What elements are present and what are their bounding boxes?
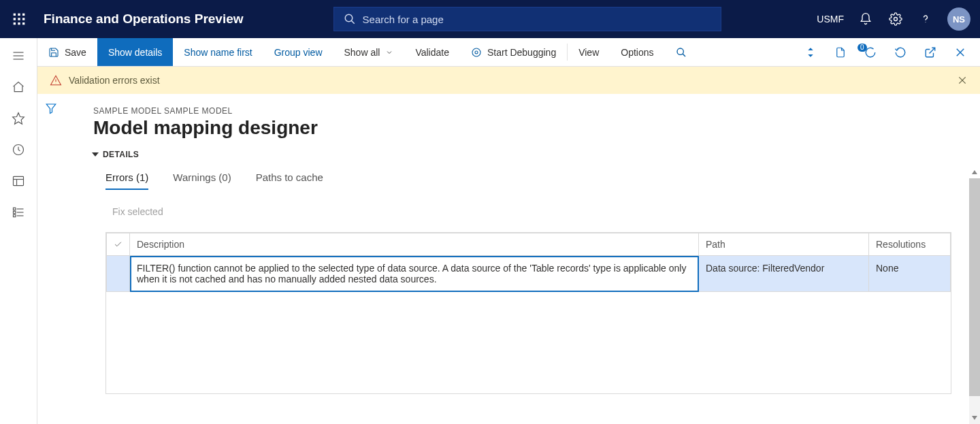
search-icon <box>344 13 356 25</box>
fix-selected-button: Fix selected <box>65 190 980 227</box>
svg-line-33 <box>930 48 935 53</box>
show-details-label: Show details <box>108 47 162 58</box>
global-search[interactable]: Search for a page <box>333 7 721 31</box>
svg-point-11 <box>894 18 898 21</box>
details-section-header[interactable]: DETAILS <box>65 150 980 166</box>
save-icon <box>48 47 59 58</box>
recent-icon[interactable] <box>10 142 27 158</box>
svg-line-10 <box>351 20 355 24</box>
page-title: Model mapping designer <box>65 116 980 150</box>
col-path[interactable]: Path <box>699 233 869 256</box>
validate-button[interactable]: Validate <box>404 38 460 66</box>
svg-rect-23 <box>14 214 16 216</box>
group-view-label: Group view <box>274 47 323 58</box>
show-all-dropdown[interactable]: Show all <box>333 38 405 66</box>
svg-rect-5 <box>22 18 24 20</box>
svg-rect-18 <box>14 176 24 185</box>
svg-rect-21 <box>14 208 16 210</box>
tab-errors[interactable]: Errors (1) <box>105 172 148 190</box>
search-placeholder: Search for a page <box>363 14 444 25</box>
row-select-cell[interactable] <box>107 256 130 292</box>
grid-row[interactable]: FILTER() function cannot be applied to t… <box>107 256 951 292</box>
check-icon <box>114 239 122 250</box>
show-name-first-label: Show name first <box>184 47 252 58</box>
view-button[interactable]: View <box>568 38 610 66</box>
breadcrumb: SAMPLE MODEL SAMPLE MODEL <box>65 94 980 116</box>
refresh-badge-icon[interactable]: 0 <box>862 46 879 59</box>
save-label: Save <box>65 47 86 58</box>
cell-resolutions[interactable]: None <box>869 256 951 292</box>
svg-rect-4 <box>18 18 20 20</box>
svg-point-29 <box>677 48 683 54</box>
col-resolutions[interactable]: Resolutions <box>869 233 951 256</box>
tab-warnings[interactable]: Warnings (0) <box>173 172 231 190</box>
chevron-down-icon <box>385 48 393 56</box>
tabs: Errors (1) Warnings (0) Paths to cache <box>65 166 980 190</box>
svg-rect-0 <box>14 14 16 16</box>
help-icon[interactable] <box>917 11 934 27</box>
svg-rect-22 <box>14 211 16 213</box>
svg-marker-31 <box>808 48 813 50</box>
svg-rect-6 <box>14 22 16 25</box>
debug-icon <box>471 47 482 58</box>
svg-point-9 <box>345 14 353 22</box>
user-avatar[interactable]: NS <box>947 7 970 31</box>
warning-close-icon[interactable] <box>957 75 968 86</box>
col-description[interactable]: Description <box>130 233 699 256</box>
popout-icon[interactable] <box>921 46 939 59</box>
save-button[interactable]: Save <box>37 38 97 66</box>
collapse-triangle-icon <box>92 152 99 157</box>
svg-rect-7 <box>18 22 20 25</box>
svg-rect-2 <box>22 14 24 16</box>
gear-icon[interactable] <box>887 11 904 27</box>
svg-point-27 <box>475 51 478 54</box>
company-label[interactable]: USMF <box>817 14 844 25</box>
tab-paths-to-cache[interactable]: Paths to cache <box>256 172 323 190</box>
cell-path[interactable]: Data source: FilteredVendor <box>699 256 869 292</box>
warning-text: Validation errors exist <box>69 75 160 86</box>
svg-rect-1 <box>18 14 20 16</box>
menu-icon[interactable] <box>10 48 27 64</box>
filter-pane-toggle[interactable] <box>37 94 65 424</box>
badge-count: 0 <box>858 44 867 52</box>
app-launcher-icon[interactable] <box>0 12 38 26</box>
close-icon[interactable] <box>951 46 969 59</box>
validate-label: Validate <box>415 47 449 58</box>
star-icon[interactable] <box>10 110 27 127</box>
refresh-icon[interactable] <box>892 46 909 59</box>
action-search-button[interactable] <box>665 38 698 66</box>
modules-icon[interactable] <box>10 204 27 221</box>
details-label: DETAILS <box>103 150 139 159</box>
workspace-icon[interactable] <box>10 173 27 189</box>
app-title: Finance and Operations Preview <box>38 12 244 27</box>
home-icon[interactable] <box>10 79 27 95</box>
cell-description[interactable]: FILTER() function cannot be applied to t… <box>130 256 699 292</box>
svg-line-30 <box>683 54 685 56</box>
svg-marker-40 <box>46 104 56 114</box>
svg-marker-32 <box>808 54 813 57</box>
show-details-button[interactable]: Show details <box>97 38 173 66</box>
options-button[interactable]: Options <box>610 38 664 66</box>
grid-empty-area <box>105 292 951 394</box>
start-debugging-label: Start Debugging <box>487 47 556 58</box>
grid-header-row: Description Path Resolutions <box>107 233 951 256</box>
options-label: Options <box>621 47 653 58</box>
bell-icon[interactable] <box>858 11 874 27</box>
select-all-header[interactable] <box>107 233 130 256</box>
svg-point-28 <box>472 48 480 56</box>
pin-icon[interactable] <box>802 46 819 59</box>
search-icon <box>676 47 687 58</box>
filter-icon <box>45 102 57 114</box>
view-label: View <box>578 47 599 58</box>
group-view-button[interactable]: Group view <box>263 38 333 66</box>
attachments-icon[interactable] <box>832 46 849 59</box>
show-all-label: Show all <box>344 47 380 58</box>
errors-grid: Description Path Resolutions FILTER() fu… <box>105 232 951 292</box>
warning-triangle-icon <box>50 74 62 86</box>
top-navbar: Finance and Operations Preview Search fo… <box>0 0 980 38</box>
svg-rect-8 <box>22 22 24 25</box>
svg-marker-16 <box>13 113 24 125</box>
start-debugging-button[interactable]: Start Debugging <box>460 38 567 66</box>
action-bar: Save Show details Show name first Group … <box>37 38 980 67</box>
show-name-first-button[interactable]: Show name first <box>173 38 263 66</box>
